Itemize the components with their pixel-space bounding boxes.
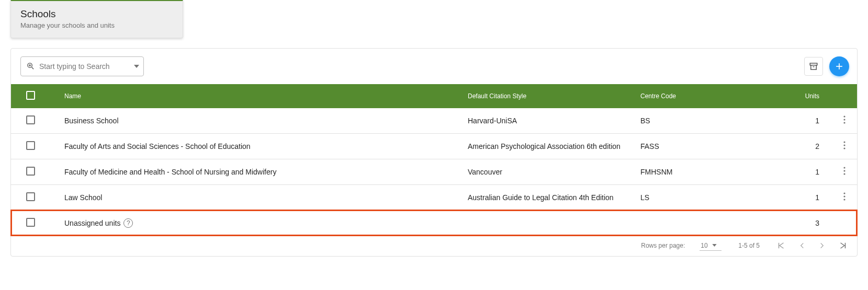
more-vert-icon bbox=[843, 141, 846, 149]
add-button[interactable] bbox=[829, 56, 849, 76]
tab-schools[interactable]: Schools Manage your schools and units bbox=[10, 0, 183, 38]
row-menu-button[interactable] bbox=[843, 167, 846, 175]
row-citation: American Psychological Association 6th e… bbox=[460, 133, 633, 159]
archive-icon bbox=[809, 62, 818, 71]
row-menu-button[interactable] bbox=[843, 141, 846, 149]
row-checkbox[interactable] bbox=[26, 167, 35, 176]
search-box[interactable] bbox=[20, 56, 144, 76]
row-units: 1 bbox=[732, 159, 832, 184]
svg-point-14 bbox=[843, 167, 845, 169]
col-header-centre[interactable]: Centre Code bbox=[633, 84, 732, 108]
plus-icon bbox=[834, 61, 844, 72]
search-icon bbox=[26, 62, 35, 71]
row-name: Business School bbox=[64, 117, 119, 125]
archive-button[interactable] bbox=[804, 57, 823, 76]
svg-point-16 bbox=[843, 173, 845, 175]
row-centre-code: FMHSNM bbox=[633, 159, 732, 184]
caret-down-icon bbox=[134, 65, 139, 68]
rows-per-page-label: Rows per page: bbox=[641, 242, 685, 249]
row-units: 2 bbox=[732, 133, 832, 159]
row-menu-button[interactable] bbox=[843, 192, 846, 201]
svg-point-17 bbox=[843, 193, 845, 194]
row-name: Faculty of Medicine and Health - School … bbox=[64, 168, 276, 176]
row-units: 1 bbox=[732, 108, 832, 134]
row-centre-code bbox=[633, 210, 732, 236]
more-vert-icon bbox=[843, 115, 846, 124]
svg-point-9 bbox=[843, 119, 845, 121]
table-row[interactable]: Business SchoolHarvard-UniSABS1 bbox=[11, 108, 857, 134]
table-footer: Rows per page: 10 1-5 of 5 bbox=[11, 236, 857, 256]
search-input[interactable] bbox=[39, 62, 131, 71]
row-checkbox[interactable] bbox=[26, 218, 35, 227]
svg-point-12 bbox=[843, 145, 845, 146]
svg-point-15 bbox=[843, 170, 845, 172]
more-vert-icon bbox=[843, 192, 846, 201]
row-citation: Vancouver bbox=[460, 159, 633, 184]
table-row[interactable]: Unassigned units?3 bbox=[11, 210, 857, 236]
row-checkbox[interactable] bbox=[26, 192, 35, 201]
col-header-units[interactable]: Units bbox=[732, 84, 832, 108]
table-row[interactable]: Faculty of Arts and Social Sciences - Sc… bbox=[11, 133, 857, 159]
table-row[interactable]: Law SchoolAustralian Guide to Legal Cita… bbox=[11, 184, 857, 210]
schools-card: Name Default Citation Style Centre Code … bbox=[10, 48, 858, 257]
row-menu-button[interactable] bbox=[843, 115, 846, 124]
last-page-button[interactable] bbox=[838, 241, 848, 250]
row-name: Faculty of Arts and Social Sciences - Sc… bbox=[64, 142, 251, 150]
svg-point-18 bbox=[843, 196, 845, 198]
row-name: Unassigned units bbox=[64, 219, 120, 227]
row-citation bbox=[460, 210, 633, 236]
more-vert-icon bbox=[843, 167, 846, 175]
next-page-button[interactable] bbox=[818, 242, 826, 249]
row-checkbox[interactable] bbox=[26, 115, 35, 124]
table-row[interactable]: Faculty of Medicine and Health - School … bbox=[11, 159, 857, 184]
svg-rect-4 bbox=[810, 63, 817, 65]
row-citation: Australian Guide to Legal Citation 4th E… bbox=[460, 184, 633, 210]
prev-page-button[interactable] bbox=[798, 242, 806, 249]
help-icon[interactable]: ? bbox=[123, 218, 133, 228]
row-name: Law School bbox=[64, 193, 102, 202]
table-header-row: Name Default Citation Style Centre Code … bbox=[11, 84, 857, 108]
svg-point-19 bbox=[843, 199, 845, 201]
row-centre-code: FASS bbox=[633, 133, 732, 159]
row-checkbox[interactable] bbox=[26, 141, 35, 150]
col-header-citation[interactable]: Default Citation Style bbox=[460, 84, 633, 108]
row-units: 1 bbox=[732, 184, 832, 210]
pagination-range: 1-5 of 5 bbox=[738, 242, 760, 249]
schools-table: Name Default Citation Style Centre Code … bbox=[11, 84, 857, 236]
rows-per-page-value: 10 bbox=[701, 242, 707, 249]
tab-subtitle: Manage your schools and units bbox=[20, 21, 173, 29]
svg-line-1 bbox=[32, 67, 34, 69]
svg-point-11 bbox=[843, 142, 845, 143]
svg-point-13 bbox=[843, 148, 845, 149]
tab-title: Schools bbox=[20, 8, 173, 20]
row-units: 3 bbox=[732, 210, 832, 236]
caret-down-icon bbox=[712, 244, 717, 247]
row-citation: Harvard-UniSA bbox=[460, 108, 633, 134]
select-all-checkbox[interactable] bbox=[26, 91, 35, 100]
row-centre-code: BS bbox=[633, 108, 732, 134]
row-centre-code: LS bbox=[633, 184, 732, 210]
rows-per-page-select[interactable]: 10 bbox=[700, 241, 722, 251]
first-page-button[interactable] bbox=[776, 241, 786, 250]
toolbar bbox=[11, 49, 857, 84]
col-header-name[interactable]: Name bbox=[50, 84, 460, 108]
svg-point-10 bbox=[843, 122, 845, 124]
svg-point-8 bbox=[843, 116, 845, 118]
